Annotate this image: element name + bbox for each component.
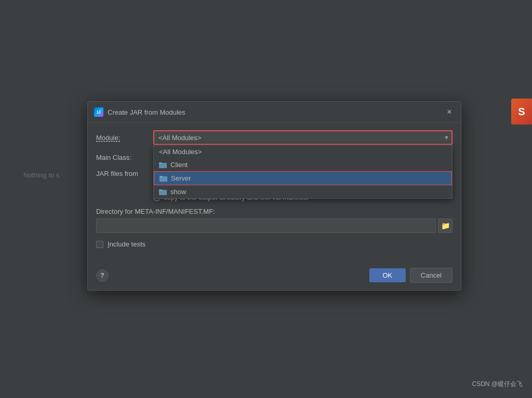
dropdown-item-show[interactable]: show <box>154 185 452 198</box>
ok-button[interactable]: OK <box>369 268 406 282</box>
module-folder-icon-show <box>159 188 167 196</box>
csdn-watermark: CSDN @暖仔会飞 <box>472 380 523 389</box>
close-button[interactable]: × <box>444 107 455 117</box>
background-text: Nothing to s <box>23 171 59 179</box>
svg-rect-7 <box>159 189 162 191</box>
module-folder-icon-server <box>159 175 168 182</box>
include-tests-label: Include tests <box>108 240 145 248</box>
help-button[interactable]: ? <box>96 269 109 282</box>
svg-rect-4 <box>159 176 163 177</box>
module-label: Module: <box>96 134 153 142</box>
server-label: Server <box>171 174 191 182</box>
folder-browse-icon: 📁 <box>441 222 450 230</box>
module-row: Module: <All Modules> ▼ <All Modules> <box>96 130 453 145</box>
jar-files-label: JAR files from <box>96 170 153 177</box>
s-brand-icon: S <box>511 99 532 125</box>
include-tests-checkbox[interactable] <box>96 241 103 248</box>
directory-label: Directory for META-INF/MANIFEST.MF: <box>96 208 453 215</box>
all-modules-label: <All Modules> <box>159 148 202 156</box>
svg-rect-5 <box>161 177 163 180</box>
include-tests-row: Include tests <box>96 240 453 248</box>
create-jar-dialog: IJ Create JAR from Modules × Module: <Al… <box>87 101 461 291</box>
directory-input-row: 📁 <box>96 218 453 233</box>
client-label: Client <box>170 161 188 169</box>
show-label: show <box>170 188 186 196</box>
cancel-button[interactable]: Cancel <box>410 268 453 283</box>
intellij-icon: IJ <box>94 107 103 117</box>
module-select-container: <All Modules> ▼ <All Modules> Client <box>153 130 453 145</box>
svg-rect-2 <box>161 164 163 166</box>
dialog-footer: ? OK Cancel <box>88 264 461 290</box>
module-folder-icon <box>159 161 167 169</box>
include-tests-rest: nclude tests <box>110 240 145 248</box>
directory-row: Directory for META-INF/MANIFEST.MF: 📁 <box>96 208 453 233</box>
svg-rect-8 <box>161 191 163 193</box>
dialog-content: Module: <All Modules> ▼ <All Modules> <box>88 123 461 264</box>
module-dropdown-popup: <All Modules> Client <box>153 145 453 199</box>
dropdown-item-server[interactable]: Server <box>154 171 452 185</box>
module-select[interactable]: <All Modules> <box>153 130 453 145</box>
browse-button[interactable]: 📁 <box>438 218 453 233</box>
dialog-title: Create JAR from Modules <box>108 108 440 116</box>
main-class-label: Main Class: <box>96 154 153 161</box>
dialog-titlebar: IJ Create JAR from Modules × <box>88 102 461 123</box>
directory-input[interactable] <box>96 218 436 233</box>
dropdown-item-client[interactable]: Client <box>154 158 452 171</box>
svg-rect-1 <box>159 162 162 164</box>
dropdown-item-all-modules[interactable]: <All Modules> <box>154 145 452 158</box>
